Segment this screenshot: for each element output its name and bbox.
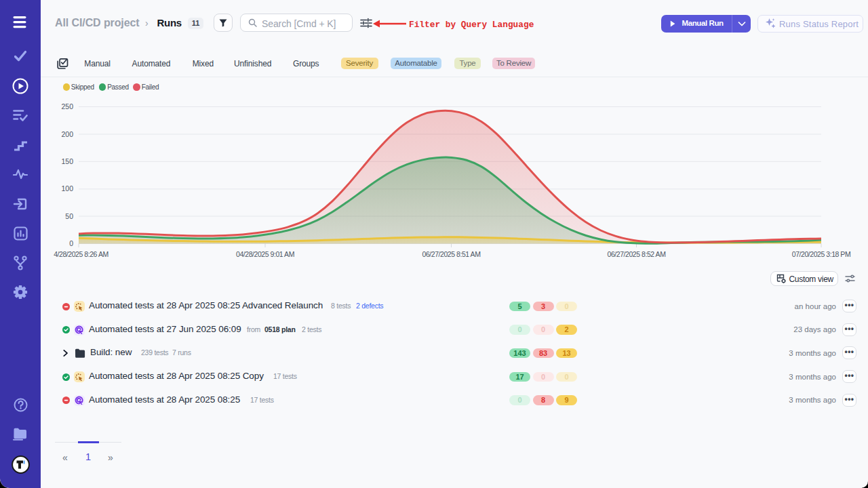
svg-text:0: 0	[69, 239, 73, 247]
svg-text:4/28/2025 8:26 AM: 4/28/2025 8:26 AM	[54, 250, 108, 258]
svg-text:150: 150	[61, 157, 73, 165]
svg-text:250: 250	[61, 102, 73, 110]
svg-text:04/28/2025 9:01 AM: 04/28/2025 9:01 AM	[236, 250, 294, 258]
svg-text:06/27/2025 8:51 AM: 06/27/2025 8:51 AM	[422, 250, 481, 258]
svg-text:06/27/2025 8:52 AM: 06/27/2025 8:52 AM	[608, 250, 666, 258]
svg-text:07/20/2025 3:18 PM: 07/20/2025 3:18 PM	[792, 250, 850, 258]
svg-text:50: 50	[65, 212, 73, 220]
svg-text:100: 100	[61, 184, 73, 192]
svg-text:200: 200	[61, 130, 73, 138]
